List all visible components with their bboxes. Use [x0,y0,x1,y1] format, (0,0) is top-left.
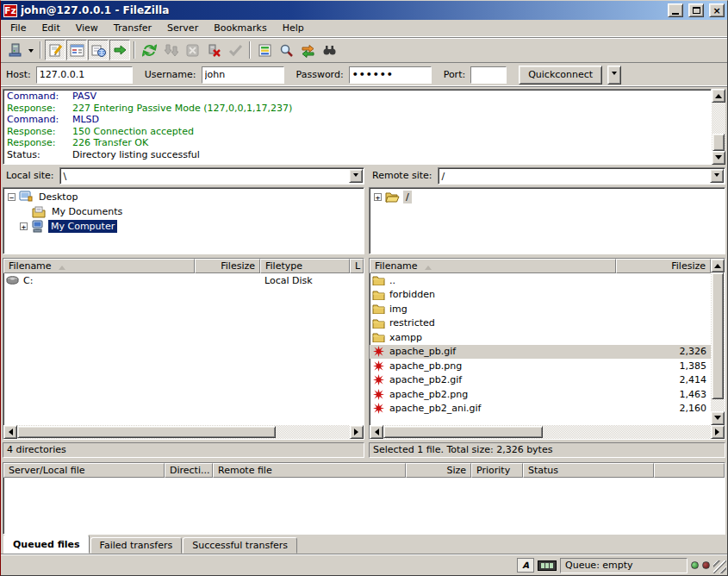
scroll-down-button[interactable] [712,151,725,165]
tree-item-my-documents[interactable]: My Documents [3,204,364,219]
close-button[interactable]: × [709,3,725,17]
resize-grip[interactable] [713,560,726,573]
menu-view[interactable]: View [68,20,106,36]
scroll-right-button[interactable] [711,425,725,439]
scrollbar-thumb[interactable] [712,134,725,151]
column-header-filesize[interactable]: Filesize [616,259,711,273]
collapse-expander[interactable]: − [8,193,16,201]
password-field[interactable] [349,66,432,84]
toggle-transfer-queue-button[interactable] [109,40,130,60]
file-row[interactable]: .. [370,273,711,288]
tab-queued-files[interactable]: Queued files [3,535,90,554]
expand-expander[interactable]: + [374,193,382,201]
compare-button[interactable] [276,40,296,60]
refresh-button[interactable] [139,40,159,60]
scroll-right-button[interactable] [350,425,364,439]
toggle-remote-treeview-button[interactable] [88,40,109,60]
log-vertical-scrollbar[interactable] [712,89,725,165]
process-queue-button[interactable] [160,40,181,60]
toggle-local-treeview-button[interactable] [66,40,87,60]
column-header-server-local-file[interactable]: Server/Local file [3,463,165,478]
site-manager-button[interactable] [4,40,25,60]
column-header-priority[interactable]: Priority [471,463,523,478]
scroll-up-button[interactable] [712,89,725,103]
file-row-c-drive[interactable]: C: Local Disk [3,273,364,288]
title-bar[interactable]: Fz john@127.0.0.1 - FileZilla × [1,1,727,20]
tab-successful-transfers[interactable]: Successful transfers [183,537,297,554]
tree-item-desktop[interactable]: − Desktop [3,190,364,204]
column-header-size[interactable]: Size [406,463,471,478]
scroll-left-button[interactable] [3,425,17,439]
scrollbar-track[interactable] [712,103,725,134]
quickconnect-dropdown[interactable] [607,66,621,85]
message-log[interactable]: Command:PASV Response:227 Entering Passi… [3,89,712,165]
column-header-direction[interactable]: Directi... [165,463,213,478]
remote-file-rows[interactable]: .. forbidden img [370,273,711,425]
host-field[interactable] [36,66,133,84]
cancel-button[interactable] [182,40,202,60]
menu-edit[interactable]: Edit [34,20,67,36]
file-row[interactable]: apache_pb2.png 1,463 [370,387,711,402]
queue-empty-area[interactable] [3,478,725,534]
scrollbar-thumb[interactable] [17,426,276,438]
file-row[interactable]: forbidden [370,288,711,303]
password-input[interactable] [350,67,431,83]
local-site-combo[interactable]: \ [59,167,364,185]
menu-bookmarks[interactable]: Bookmarks [206,20,274,36]
username-field[interactable] [202,66,284,84]
column-header-filename[interactable]: Filename [3,259,195,273]
quickconnect-button[interactable]: Quickconnect [519,66,602,85]
menu-transfer[interactable]: Transfer [106,20,159,36]
host-input[interactable] [37,67,132,83]
file-row[interactable]: apache_pb2.gif 2,414 [370,373,711,388]
data-type-indicator-icon[interactable]: A [517,558,534,573]
tree-item-my-computer[interactable]: + My Computer [3,219,364,234]
file-row[interactable]: apache_pb2_ani.gif 2,160 [370,402,711,416]
maximize-button[interactable] [688,3,704,17]
filter-button[interactable] [254,40,275,60]
scroll-left-button[interactable] [370,425,383,439]
column-header-remote-file[interactable]: Remote file [213,463,406,478]
local-directory-tree[interactable]: − Desktop My Documents + [3,187,364,254]
remote-site-combo[interactable]: / [438,167,725,185]
column-header-status[interactable]: Status [523,463,654,478]
scroll-up-button[interactable] [711,259,725,272]
scrollbar-thumb[interactable] [712,272,724,399]
scrollbar-thumb[interactable] [383,426,543,438]
column-header-modified[interactable]: L [350,259,364,273]
file-row[interactable]: xampp [370,330,711,345]
menu-server[interactable]: Server [159,20,206,36]
sync-browsing-button[interactable] [297,40,318,60]
site-manager-dropdown[interactable] [26,40,36,60]
minimize-button[interactable] [668,3,683,17]
remote-directory-tree[interactable]: + / [369,187,725,254]
scrollbar-track[interactable] [543,425,711,439]
file-row[interactable]: restricted [370,316,711,331]
local-file-rows[interactable]: C: Local Disk [3,273,364,425]
disconnect-button[interactable] [203,40,224,60]
local-site-dropdown[interactable] [349,169,363,183]
scroll-down-button[interactable] [711,411,725,425]
remote-horizontal-scrollbar[interactable] [370,425,725,439]
port-input[interactable] [471,67,506,83]
username-input[interactable] [202,67,283,83]
menu-file[interactable]: File [3,20,34,36]
file-row[interactable]: img [370,302,711,316]
remote-site-dropdown[interactable] [710,169,724,183]
tab-failed-transfers[interactable]: Failed transfers [90,537,183,554]
column-header-filesize[interactable]: Filesize [195,259,260,273]
port-field[interactable] [470,66,507,84]
column-header-filetype[interactable]: Filetype [260,259,350,273]
file-row-selected[interactable]: apache_pb.gif 2,326 [370,345,711,360]
toggle-message-log-button[interactable] [45,40,65,60]
speed-limit-icon[interactable] [538,560,557,571]
reconnect-button[interactable] [225,40,246,60]
menu-help[interactable]: Help [275,20,312,36]
column-header-filename[interactable]: Filename [370,259,616,273]
find-files-button[interactable] [319,40,339,60]
local-horizontal-scrollbar[interactable] [3,425,364,439]
file-row[interactable]: apache_pb.png 1,385 [370,359,711,373]
remote-vertical-scrollbar[interactable] [711,259,725,425]
expand-expander[interactable]: + [20,222,28,230]
tree-item-root[interactable]: + / [370,190,725,204]
